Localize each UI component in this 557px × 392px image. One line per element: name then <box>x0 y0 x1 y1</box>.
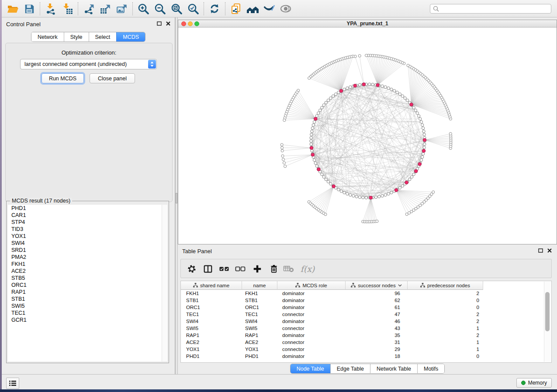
mcds-result-item[interactable]: RAP1 <box>8 289 167 296</box>
zoom-selected-icon[interactable] <box>185 1 201 16</box>
zoom-out-icon[interactable] <box>152 1 168 16</box>
graph-node[interactable] <box>401 185 404 187</box>
graph-node[interactable] <box>421 155 424 158</box>
graph-node[interactable] <box>313 120 315 123</box>
tab-mcds[interactable]: MCDS <box>116 32 145 41</box>
open-session-icon[interactable] <box>4 1 21 16</box>
mcds-node[interactable] <box>376 83 380 87</box>
select-all-icon[interactable] <box>218 262 231 275</box>
graph-node[interactable] <box>412 173 415 175</box>
show-panels-button[interactable] <box>6 378 19 389</box>
tab-motifs[interactable]: Motifs <box>417 364 444 373</box>
graph-node[interactable] <box>310 143 312 145</box>
run-mcds-button[interactable]: Run MCDS <box>42 73 84 83</box>
graph-node[interactable] <box>374 196 377 198</box>
add-column-icon[interactable] <box>251 262 264 275</box>
graph-node[interactable] <box>406 99 408 102</box>
graph-node[interactable] <box>349 86 352 88</box>
graph-node[interactable] <box>325 101 327 104</box>
graph-node[interactable] <box>358 196 361 198</box>
graph-node[interactable] <box>423 143 426 145</box>
graph-node[interactable] <box>381 195 384 197</box>
graph-node[interactable] <box>449 132 452 135</box>
mcds-result-item[interactable]: ACE2 <box>8 268 167 275</box>
mcds-result-item[interactable]: SWI4 <box>8 240 167 247</box>
zoom-in-icon[interactable] <box>135 1 152 16</box>
first-neighbors-icon[interactable] <box>244 1 261 16</box>
graph-node[interactable] <box>384 86 387 88</box>
graph-node[interactable] <box>280 143 283 146</box>
mcds-node[interactable] <box>405 181 408 184</box>
zoom-fit-icon[interactable] <box>168 1 185 16</box>
table-row[interactable]: FKH1FKH1dominator962 <box>181 290 483 297</box>
graph-node[interactable] <box>396 91 398 93</box>
delete-columns-icon[interactable] <box>267 262 280 275</box>
graph-node[interactable] <box>346 193 349 195</box>
graph-node[interactable] <box>358 83 361 86</box>
graph-node[interactable] <box>281 155 284 157</box>
graph-node[interactable] <box>393 89 395 92</box>
network-canvas[interactable] <box>178 28 557 244</box>
column-header-predecessor-nodes[interactable]: predecessor nodes <box>408 281 483 290</box>
table-row[interactable]: TEC1TEC1connector472 <box>181 311 483 318</box>
graph-node[interactable] <box>315 165 318 167</box>
tab-network[interactable]: Network <box>31 32 64 41</box>
graph-node[interactable] <box>371 83 374 86</box>
table-row[interactable]: ORC1ORC1dominator610 <box>181 304 483 311</box>
column-header-successor-nodes[interactable]: successor nodes <box>346 281 408 290</box>
graph-node[interactable] <box>332 95 334 97</box>
mcds-node[interactable] <box>310 146 313 150</box>
graph-node[interactable] <box>420 120 422 123</box>
close-panel-icon[interactable] <box>547 248 552 253</box>
import-network-icon[interactable] <box>42 1 59 16</box>
mcds-node[interactable] <box>339 89 343 93</box>
tab-network-table[interactable]: Network Table <box>370 364 417 373</box>
mcds-node[interactable] <box>332 185 336 188</box>
graph-node[interactable] <box>314 162 317 164</box>
graph-node[interactable] <box>422 130 425 133</box>
export-image-icon[interactable] <box>114 1 130 16</box>
import-table-icon[interactable] <box>59 1 76 16</box>
export-table-icon[interactable] <box>97 1 114 16</box>
mcds-result-item[interactable]: ORC1 <box>8 282 167 289</box>
graph-node[interactable] <box>421 124 424 126</box>
graph-node[interactable] <box>317 112 320 114</box>
mcds-node[interactable] <box>314 117 318 120</box>
search-box[interactable] <box>430 4 551 14</box>
graph-node[interactable] <box>404 97 406 100</box>
table-row[interactable]: YOX1YOX1connector291 <box>181 346 483 353</box>
graph-node[interactable] <box>422 152 424 155</box>
table-row[interactable]: SWI4SWI4dominator462 <box>181 318 483 325</box>
table-scrollbar[interactable] <box>544 282 551 362</box>
graph-node[interactable] <box>416 112 419 114</box>
memory-button[interactable]: Memory <box>516 378 552 388</box>
graph-node[interactable] <box>321 106 323 109</box>
graph-node[interactable] <box>417 114 420 117</box>
graph-node[interactable] <box>311 130 313 133</box>
mcds-node[interactable] <box>410 103 413 107</box>
optimization-criterion-select[interactable]: largest connected component (undirected) <box>20 59 157 69</box>
graph-node[interactable] <box>343 191 346 194</box>
graph-node[interactable] <box>365 54 367 57</box>
column-header-name[interactable]: name <box>242 281 277 290</box>
save-session-icon[interactable] <box>21 1 38 16</box>
graph-node[interactable] <box>352 195 355 197</box>
tab-select[interactable]: Select <box>89 32 117 41</box>
delete-table-icon[interactable] <box>282 262 295 275</box>
graph-node[interactable] <box>378 195 381 198</box>
mcds-result-item[interactable]: STP4 <box>8 219 167 226</box>
graph-node[interactable] <box>432 191 435 193</box>
graph-node[interactable] <box>321 173 323 175</box>
float-panel-icon[interactable] <box>538 248 543 253</box>
close-panel-button[interactable]: Close panel <box>90 73 135 83</box>
mcds-result-item[interactable]: STB1 <box>8 296 167 303</box>
show-graphics-details-icon[interactable] <box>277 1 294 16</box>
graph-node[interactable] <box>368 83 371 86</box>
panel-split-icon[interactable] <box>201 262 214 275</box>
graph-node[interactable] <box>390 191 393 194</box>
graph-node[interactable] <box>334 93 337 95</box>
mcds-node[interactable] <box>422 149 426 153</box>
mcds-node[interactable] <box>369 196 373 199</box>
graph-node[interactable] <box>422 127 424 129</box>
table-row[interactable]: STB1STB1dominator620 <box>181 297 483 304</box>
